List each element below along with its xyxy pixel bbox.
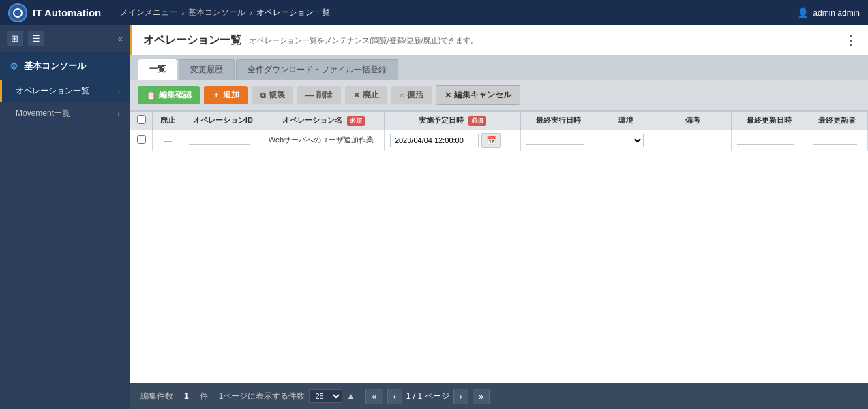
tab-history-label: 変更履歴 [190,65,223,74]
copy-button[interactable]: ⧉ 複製 [252,86,293,104]
calendar-button[interactable]: 📅 [481,133,501,148]
prev-page-button[interactable]: ‹ [387,389,402,404]
tab-list-label: 一覧 [149,64,166,74]
operations-table: 廃止 オペレーションID オペレーション名 必須 実施予定日時 必須 [130,111,868,151]
breadcrumb-console[interactable]: 基本コンソール [188,7,245,18]
sidebar-item-operations-label: オペレーション一覧 [16,85,89,97]
table-header-row: 廃止 オペレーションID オペレーション名 必須 実施予定日時 必須 [130,112,868,130]
per-page-select[interactable]: 25 50 100 [309,389,342,403]
chevron-right-icon: › [117,87,120,95]
toolbar: 📋 編集確認 ＋ 追加 ⧉ 複製 — 削除 ✕ 廃止 ○ 復活 [130,80,868,111]
first-page-button[interactable]: « [365,389,383,404]
last-page-button[interactable]: » [473,389,490,404]
breadcrumb: メインメニュー › 基本コンソール › オペレーション一覧 [120,7,330,18]
breadcrumb-current: オペレーション一覧 [256,7,330,18]
sidebar: ⊞ ☰ « ⚙ 基本コンソール オペレーション一覧 › Movement一覧 › [0,25,130,409]
sidebar-item-movements-label: Movement一覧 [16,108,70,119]
app-title: IT Automation [33,7,101,18]
grid-icon-button[interactable]: ⊞ [7,31,23,46]
breadcrumb-main[interactable]: メインメニュー [120,7,177,18]
edit-count-unit: 件 [200,391,208,402]
row-schedule-cell: 📅 [384,130,520,151]
sidebar-item-operations[interactable]: オペレーション一覧 › [0,80,130,102]
chevron-right-icon-2: › [117,110,120,118]
cancel-edit-button[interactable]: ✕ 編集キャンセル [436,85,520,105]
row-discard-value: — [164,136,172,145]
add-button[interactable]: ＋ 追加 [204,86,248,104]
row-id-cell [183,130,263,151]
schedule-required-badge: 必須 [468,116,486,126]
footer: 編集件数 1 件 1ページに表示する件数 25 50 100 ▲ « ‹ 1 /… [130,383,868,409]
copy-label: 複製 [269,89,285,101]
sidebar-section-basic-console: ⚙ 基本コンソール [0,52,130,80]
user-info[interactable]: 👤 admin admin [797,7,860,18]
row-id-input[interactable] [189,136,250,145]
restore-icon: ○ [400,91,404,100]
page-header-left: オペレーション一覧 オペレーション一覧をメンテナンス(閲覧/登録/更新/廃止)で… [143,33,479,48]
col-header-discard: 廃止 [153,112,183,130]
row-name-input[interactable] [269,136,378,145]
table-container: 廃止 オペレーションID オペレーション名 必須 実施予定日時 必須 [130,111,868,383]
main-content: オペレーション一覧 オペレーション一覧をメンテナンス(閲覧/登録/更新/廃止)で… [130,25,868,409]
schedule-date-input[interactable] [390,134,479,147]
disable-label: 廃止 [363,89,379,101]
row-last-update-cell [731,130,807,151]
tab-list[interactable]: 一覧 [138,59,177,80]
delete-label: 削除 [316,89,333,101]
col-header-env: 環境 [597,112,655,130]
sidebar-collapse-button[interactable]: « [118,33,123,44]
page-title: オペレーション一覧 [143,33,241,48]
per-page-chevron: ▲ [346,391,355,401]
env-select[interactable] [603,134,644,147]
per-page-label: 1ページに表示する件数 [219,391,305,402]
cancel-label: 編集キャンセル [454,89,511,101]
delete-button[interactable]: — 削除 [297,86,341,104]
date-input-group: 📅 [390,133,515,148]
tab-bulk-label: 全件ダウンロード・ファイル一括登録 [248,65,387,74]
col-header-last-exec: 最終実行日時 [521,112,597,130]
section-gear-icon: ⚙ [10,61,18,72]
row-checkbox-cell [130,130,153,151]
header-left: IT Automation メインメニュー › 基本コンソール › オペレーショ… [8,3,330,22]
sidebar-toolbar: ⊞ ☰ « [0,25,130,52]
row-last-update-input[interactable] [737,136,795,145]
list-icon-button[interactable]: ☰ [28,31,44,46]
edit-count-label: 編集件数 [140,391,173,402]
add-label: 追加 [223,89,239,101]
copy-icon: ⧉ [260,91,266,100]
disable-icon: ✕ [353,91,360,100]
page-header: オペレーション一覧 オペレーション一覧をメンテナンス(閲覧/登録/更新/廃止)で… [130,25,868,55]
row-note-input[interactable] [661,134,725,147]
row-note-cell [655,130,731,151]
col-header-checkbox [130,112,153,130]
pagination: « ‹ 1 / 1 ページ › » [365,389,490,404]
logo-icon [13,8,23,18]
restore-button[interactable]: ○ 復活 [391,86,432,104]
col-header-note: 備考 [655,112,731,130]
tab-bar: 一覧 変更履歴 全件ダウンロード・ファイル一括登録 [130,55,868,80]
tab-bulk[interactable]: 全件ダウンロード・ファイル一括登録 [236,59,398,80]
page-menu-icon[interactable]: ⋮ [845,33,857,48]
next-page-button[interactable]: › [453,389,468,404]
row-env-cell [597,130,655,151]
confirm-icon: 📋 [146,91,156,100]
restore-label: 復活 [407,89,423,101]
cancel-icon: ✕ [445,91,451,100]
name-required-badge: 必須 [347,116,365,126]
confirm-label: 編集確認 [159,89,192,101]
tab-history[interactable]: 変更履歴 [179,59,235,80]
confirm-button[interactable]: 📋 編集確認 [138,86,200,104]
app-header: IT Automation メインメニュー › 基本コンソール › オペレーショ… [0,0,868,25]
disable-button[interactable]: ✕ 廃止 [345,86,387,104]
row-updater-input[interactable] [813,136,857,145]
username: admin admin [813,8,860,18]
col-header-schedule: 実施予定日時 必須 [384,112,520,130]
user-icon: 👤 [797,7,809,18]
select-all-checkbox[interactable] [137,115,146,124]
row-updater-cell [807,130,867,151]
app-body: ⊞ ☰ « ⚙ 基本コンソール オペレーション一覧 › Movement一覧 ›… [0,25,868,409]
row-checkbox[interactable] [137,135,146,144]
sidebar-section-label: 基本コンソール [24,60,86,72]
sidebar-item-movements[interactable]: Movement一覧 › [0,102,130,125]
row-last-exec-input[interactable] [526,136,584,145]
